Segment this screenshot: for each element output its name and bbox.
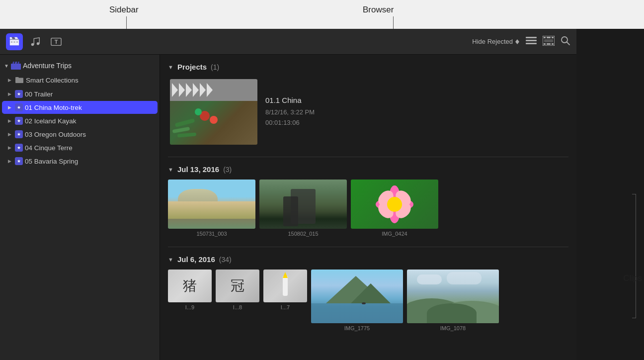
svg-rect-16 <box>544 37 546 38</box>
svg-line-24 <box>567 42 570 45</box>
section-divider <box>168 157 568 157</box>
toolbar-left: T <box>6 33 65 50</box>
svg-rect-14 <box>526 43 537 44</box>
filmstrip-view-button[interactable] <box>543 36 555 48</box>
oregon-label: 03 Oregon Outdoors <box>25 131 154 138</box>
sidebar-item-00-trailer[interactable]: ★ 00 Trailer <box>2 88 158 100</box>
hide-rejected-label: Hide Rejected <box>472 38 513 45</box>
jul6-count: (34) <box>219 256 232 264</box>
star-badge: ★ <box>15 103 23 111</box>
project-thumbnail <box>170 79 257 145</box>
jul6-clips: 猪 I...9 冠 I...8 <box>168 270 568 331</box>
china-label: 01 China Moto-trek <box>25 104 154 111</box>
clips-bracket <box>632 194 636 318</box>
svg-rect-19 <box>544 43 546 45</box>
project-item[interactable]: 01.1 China 8/12/16, 3:22 PM 00:01:13:06 <box>168 77 568 147</box>
jul6-title: Jul 6, 2016 <box>177 255 215 264</box>
clip-item[interactable]: 150731_003 <box>168 180 255 237</box>
sidebar-chevron <box>6 131 13 138</box>
clip-label: I...9 <box>185 304 194 310</box>
titles-button[interactable]: T <box>48 33 65 50</box>
star-badge: ★ <box>15 157 23 165</box>
toolbar: T Hide Rejected <box>0 29 576 55</box>
jul13-section-header: ▼ Jul 13, 2016 (3) <box>168 165 568 174</box>
browser: ▼ Projects (1) <box>160 55 576 360</box>
svg-rect-12 <box>526 37 537 38</box>
sidebar-item-04-cinque[interactable]: ★ 04 Cinque Terre <box>2 141 158 154</box>
svg-rect-21 <box>552 43 554 45</box>
star-badge: ★ <box>15 144 23 152</box>
sidebar-item-02-iceland[interactable]: ★ 02 Iceland Kayak <box>2 114 158 127</box>
clip-item[interactable]: IMG_0424 <box>351 180 438 237</box>
project-meta: 8/12/16, 3:22 PM 00:01:13:06 <box>265 107 315 128</box>
svg-rect-17 <box>547 37 551 38</box>
svg-rect-26 <box>12 62 14 64</box>
svg-rect-6 <box>13 42 15 42</box>
clip-label: I...8 <box>233 304 242 310</box>
svg-rect-13 <box>526 40 537 41</box>
toolbar-right: Hide Rejected <box>472 36 570 48</box>
svg-rect-7 <box>16 42 18 42</box>
clip-item[interactable]: I...7 <box>263 270 307 331</box>
jul6-chevron: ▼ <box>168 257 173 263</box>
search-button[interactable] <box>561 36 570 48</box>
trailer-label: 00 Trailer <box>25 90 154 98</box>
bavaria-label: 05 Bavaria Spring <box>25 158 154 165</box>
library-header[interactable]: ▼ Adventure Trips <box>0 59 160 73</box>
jul13-count: (3) <box>223 166 232 174</box>
svg-rect-4 <box>10 39 19 40</box>
sidebar-chevron <box>6 117 13 124</box>
projects-chevron: ▼ <box>168 64 173 70</box>
app-window: T Hide Rejected <box>0 29 576 360</box>
audio-button[interactable] <box>27 33 44 50</box>
jul13-clips: 150731_003 150802_015 <box>168 180 568 237</box>
svg-text:T: T <box>55 38 58 44</box>
svg-point-8 <box>31 43 34 46</box>
clip-label: 150802_015 <box>288 231 318 237</box>
hide-rejected-control[interactable]: Hide Rejected <box>472 38 520 45</box>
sidebar-item-03-oregon[interactable]: ★ 03 Oregon Outdoors <box>2 128 158 141</box>
sidebar-item-01-china[interactable]: ★ 01 China Moto-trek <box>2 101 158 114</box>
sidebar-chevron <box>6 77 13 84</box>
svg-rect-22 <box>544 39 553 42</box>
sidebar-chevron <box>6 90 13 97</box>
library-chevron-open: ▼ <box>4 63 9 69</box>
clip-item[interactable]: IMG_1078 <box>407 270 499 331</box>
star-badge: ★ <box>15 117 23 125</box>
clip-item[interactable]: 150802_015 <box>259 180 347 237</box>
project-name: 01.1 China <box>265 96 315 104</box>
sidebar-item-05-bavaria[interactable]: ★ 05 Bavaria Spring <box>2 155 158 168</box>
folder-icon <box>15 76 24 85</box>
sidebar-chevron <box>6 104 13 111</box>
sidebar: ▼ Adventure Trips Smart Colle <box>0 55 160 360</box>
svg-rect-18 <box>552 37 554 38</box>
libraries-button[interactable] <box>6 33 23 50</box>
project-date: 8/12/16, 3:22 PM <box>265 108 315 116</box>
projects-section-header: ▼ Projects (1) <box>168 63 568 71</box>
project-info: 01.1 China 8/12/16, 3:22 PM 00:01:13:06 <box>265 96 315 128</box>
svg-rect-27 <box>15 62 17 64</box>
projects-count: (1) <box>211 63 219 71</box>
star-badge: ★ <box>15 130 23 138</box>
section-divider <box>168 247 568 247</box>
clip-item[interactable]: 冠 I...8 <box>216 270 259 331</box>
library-name: Adventure Trips <box>23 62 72 70</box>
sidebar-item-smart-collections[interactable]: Smart Collections <box>2 73 158 87</box>
star-badge: ★ <box>15 90 23 98</box>
clip-item[interactable]: 猪 I...9 <box>168 270 212 331</box>
clip-label: IMG_1078 <box>440 325 466 331</box>
jul6-section-header: ▼ Jul 6, 2016 (34) <box>168 255 568 264</box>
svg-rect-5 <box>11 42 13 42</box>
svg-rect-25 <box>11 64 21 70</box>
hide-rejected-arrows <box>515 38 520 45</box>
svg-rect-20 <box>547 43 551 45</box>
clip-item[interactable]: IMG_1775 <box>311 270 403 331</box>
browser-annotation: Browser <box>363 5 394 15</box>
iceland-label: 02 Iceland Kayak <box>25 117 154 125</box>
svg-point-9 <box>37 42 40 45</box>
list-view-button[interactable] <box>526 36 537 47</box>
project-duration: 00:01:13:06 <box>265 119 300 126</box>
jul13-title: Jul 13, 2016 <box>177 165 219 174</box>
projects-title: Projects <box>177 63 207 71</box>
clip-label: IMG_1775 <box>344 325 370 331</box>
